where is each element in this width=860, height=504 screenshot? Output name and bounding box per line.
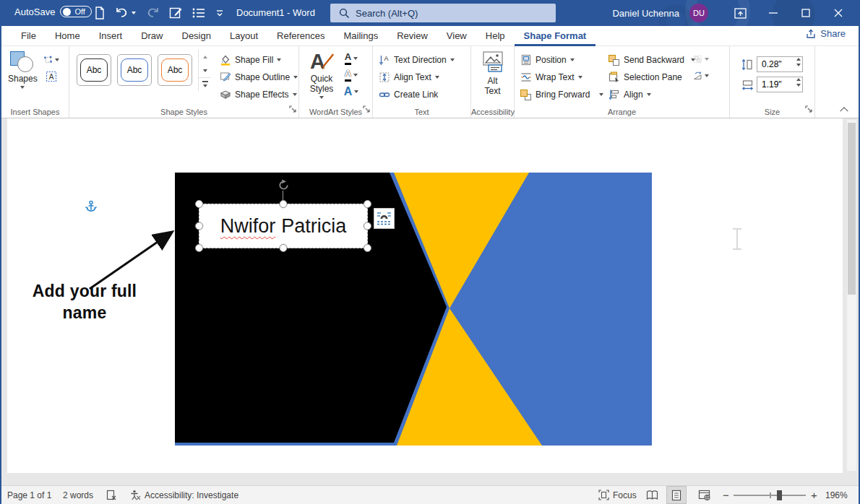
zoom-slider-thumb[interactable]	[777, 490, 782, 500]
share-button[interactable]: Share	[806, 28, 846, 39]
edit-shape-button[interactable]	[43, 53, 59, 67]
gallery-scroll-up-icon[interactable]	[199, 50, 211, 64]
web-layout-button[interactable]	[694, 486, 714, 504]
maximize-button[interactable]	[789, 0, 822, 26]
selection-handle[interactable]	[364, 200, 371, 208]
text-fill-button[interactable]: A	[343, 51, 359, 66]
tab-insert[interactable]: Insert	[90, 26, 132, 46]
close-button[interactable]	[822, 0, 854, 26]
layout-options-button[interactable]	[374, 208, 395, 229]
selection-handle[interactable]	[364, 222, 371, 230]
tab-design[interactable]: Design	[173, 26, 220, 46]
word-window: AutoSave Off Document1 - Word Search (Al…	[0, 0, 860, 504]
tab-references[interactable]: References	[267, 26, 334, 46]
undo-button[interactable]	[116, 7, 136, 19]
ribbon: Shapes A Insert Shapes Abc Abc Abc	[1, 46, 859, 118]
zoom-slider-track[interactable]	[734, 495, 806, 496]
align-text-dropdown-icon	[435, 76, 439, 79]
minimize-button[interactable]	[757, 0, 789, 26]
focus-button[interactable]: Focus	[598, 486, 637, 504]
titlebar-right: Daniel Uchenna DU	[612, 0, 854, 26]
selection-handle[interactable]	[280, 244, 288, 252]
undo-dropdown-icon[interactable]	[132, 12, 136, 14]
gallery-more-icon[interactable]	[199, 77, 211, 91]
print-layout-button[interactable]	[666, 486, 687, 504]
proofing-errors-icon[interactable]	[106, 486, 117, 504]
autosave-toggle[interactable]: Off	[60, 6, 91, 17]
document-area: NwiforPatricia Add your full name	[1, 118, 859, 485]
shape-style-option-black[interactable]: Abc	[77, 54, 111, 86]
customize-qat-icon[interactable]	[215, 9, 224, 17]
user-name[interactable]: Daniel Uchenna	[612, 8, 679, 19]
rotate-objects-button[interactable]	[693, 69, 709, 83]
accessibility-status[interactable]: Accessibility: Investigate	[130, 486, 238, 504]
tab-file[interactable]: File	[12, 26, 46, 46]
shape-width-input[interactable]: 1.19"	[757, 77, 803, 92]
user-avatar[interactable]: DU	[689, 4, 708, 22]
shape-outline-button[interactable]: Shape Outline	[217, 69, 300, 85]
text-direction-label: Text Direction	[394, 55, 447, 65]
zoom-slider[interactable]	[734, 486, 806, 504]
zoom-out-button[interactable]: −	[723, 486, 729, 504]
shape-fill-button[interactable]: Shape Fill	[217, 52, 300, 68]
width-spinner[interactable]	[796, 78, 801, 87]
tab-view[interactable]: View	[437, 26, 476, 46]
text-box-word2: Patricia	[281, 215, 346, 237]
tab-help[interactable]: Help	[476, 26, 515, 46]
shapes-button[interactable]: Shapes	[4, 50, 41, 90]
align-button[interactable]: Align	[606, 87, 691, 103]
shape-style-option-orange[interactable]: Abc	[158, 54, 192, 86]
selection-handle[interactable]	[280, 200, 288, 208]
text-effects-button[interactable]: A	[343, 84, 359, 99]
new-document-icon[interactable]	[94, 6, 106, 19]
collapse-ribbon-icon[interactable]	[841, 106, 848, 113]
gallery-scroll-down-icon[interactable]	[199, 64, 211, 77]
tab-review[interactable]: Review	[387, 26, 437, 46]
save-edit-icon[interactable]	[169, 6, 182, 19]
page-indicator[interactable]: Page 1 of 1	[7, 486, 51, 504]
bring-forward-button[interactable]: Bring Forward	[517, 87, 606, 103]
quick-styles-button[interactable]: A Quick Styles	[302, 50, 341, 100]
height-spinner[interactable]	[796, 58, 801, 66]
send-backward-button[interactable]: Send Backward	[606, 52, 691, 68]
shape-height-input[interactable]: 0.28"	[757, 56, 803, 72]
shape-style-option-blue[interactable]: Abc	[117, 54, 152, 86]
bullet-list-icon[interactable]	[192, 7, 205, 19]
shape-effects-button[interactable]: Shape Effects	[217, 87, 300, 103]
text-box-text[interactable]: NwiforPatricia	[220, 215, 347, 238]
text-outline-button[interactable]: A	[343, 68, 359, 82]
tab-home[interactable]: Home	[46, 26, 90, 46]
tab-mailings[interactable]: Mailings	[335, 26, 388, 46]
zoom-level[interactable]: 196%	[825, 486, 848, 504]
scrollbar-thumb[interactable]	[848, 123, 856, 295]
selection-handle[interactable]	[195, 222, 203, 230]
create-link-button[interactable]: Create Link	[376, 87, 457, 103]
wrap-text-button[interactable]: Wrap Text	[517, 69, 606, 85]
selection-handle[interactable]	[195, 244, 203, 252]
selection-handle[interactable]	[364, 244, 371, 252]
tab-shape-format[interactable]: Shape Format	[515, 26, 596, 46]
text-direction-button[interactable]: A Text Direction	[376, 52, 457, 68]
vertical-scrollbar[interactable]	[847, 120, 856, 471]
selection-handle[interactable]	[195, 200, 203, 208]
quick-styles-dropdown-icon	[319, 96, 324, 99]
draw-text-box-button[interactable]: A	[43, 69, 59, 84]
accessibility-icon	[130, 490, 141, 500]
autosave-control[interactable]: AutoSave Off	[14, 6, 92, 17]
align-text-button[interactable]: Align Text	[376, 69, 457, 85]
read-mode-button[interactable]	[642, 486, 662, 504]
shape-fill-icon	[219, 54, 231, 66]
ribbon-display-options-button[interactable]	[724, 0, 757, 26]
zoom-in-button[interactable]: +	[811, 486, 817, 504]
shape-outline-icon	[219, 71, 231, 84]
selection-pane-button[interactable]: Selection Pane	[606, 69, 691, 85]
word-count[interactable]: 2 words	[63, 486, 93, 504]
selected-text-box[interactable]: NwiforPatricia	[199, 204, 368, 248]
position-button[interactable]: Position	[517, 52, 606, 68]
search-box[interactable]: Search (Alt+Q)	[330, 4, 556, 22]
group-label-shape-styles: Shape Styles	[69, 108, 298, 116]
tab-layout[interactable]: Layout	[220, 26, 267, 46]
shape-outline-label: Shape Outline	[235, 72, 290, 82]
alt-text-button[interactable]: Alt Text	[478, 50, 508, 98]
tab-draw[interactable]: Draw	[132, 26, 172, 46]
